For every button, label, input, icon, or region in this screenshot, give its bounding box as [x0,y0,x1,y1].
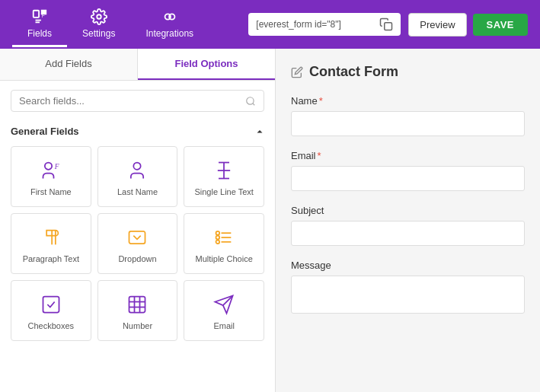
multiple-choice-icon [213,227,235,248]
form-field-message: Message [291,260,525,316]
nav-integrations[interactable]: Integrations [130,2,209,47]
number-label: Number [123,321,152,330]
subject-input[interactable] [291,221,525,246]
shortcode-text: [everest_form id="8"] [256,19,373,30]
svg-point-22 [216,241,220,244]
section-header: General Fields [0,121,275,143]
nav-fields-label: Fields [27,28,52,39]
field-last-name[interactable]: Last Name [97,146,178,207]
email-required: * [318,150,321,161]
svg-point-8 [247,97,254,104]
svg-rect-24 [43,297,59,313]
svg-point-12 [134,163,141,170]
name-label: Name* [291,95,525,107]
svg-point-4 [97,14,101,19]
email-field-label: Email [213,321,235,330]
form-field-email: Email* [291,150,525,191]
search-box [11,90,264,112]
email-field-icon [213,294,235,315]
svg-point-10 [45,163,52,170]
multiple-choice-label: Multiple Choice [196,254,253,263]
field-email[interactable]: Email [184,280,264,341]
first-name-icon: F [40,160,62,181]
nav-settings[interactable]: Settings [67,2,130,47]
svg-rect-0 [34,10,39,17]
shortcode-box: [everest_form id="8"] [248,13,401,36]
subject-label: Subject [291,205,525,216]
field-first-name[interactable]: F First Name [11,146,91,207]
nav-integrations-label: Integrations [145,28,193,39]
form-field-name: Name* [291,95,525,136]
svg-rect-25 [129,297,145,313]
last-name-label: Last Name [117,187,158,196]
name-input[interactable] [291,111,525,136]
last-name-icon [126,160,148,181]
search-container [0,81,275,121]
tab-add-fields[interactable]: Add Fields [0,49,138,80]
svg-rect-7 [385,23,392,30]
top-navigation: F Fields Settings Integrations [everest_… [0,0,540,49]
left-panel: Add Fields Field Options General Fields [0,49,276,392]
email-input[interactable] [291,166,525,191]
edit-icon[interactable] [291,66,303,78]
checkboxes-label: Checkboxes [28,321,75,330]
svg-text:F: F [42,12,45,18]
message-input[interactable] [291,276,525,314]
svg-line-9 [253,103,255,105]
paragraph-icon [40,227,62,248]
number-icon [126,294,148,315]
save-button[interactable]: SAVE [473,14,528,36]
first-name-label: First Name [30,187,72,196]
email-label: Email* [291,150,525,161]
form-field-subject: Subject [291,205,525,246]
field-paragraph[interactable]: Paragraph Text [11,213,91,274]
field-multiple-choice[interactable]: Multiple Choice [184,213,264,274]
search-icon [245,96,256,107]
right-panel: Contact Form Name* Email* Subject Messag… [276,49,540,392]
dropdown-label: Dropdown [118,254,156,263]
copy-icon[interactable] [379,18,393,31]
name-required: * [319,95,323,107]
nav-settings-label: Settings [82,28,115,39]
field-single-line[interactable]: Single Line Text [184,146,264,207]
preview-button[interactable]: Preview [408,13,466,37]
svg-rect-17 [129,231,145,244]
form-title-row: Contact Form [291,64,525,80]
form-title: Contact Form [309,64,398,80]
tab-field-options[interactable]: Field Options [138,49,275,80]
svg-point-20 [216,236,220,240]
paragraph-label: Paragraph Text [23,254,79,263]
svg-point-18 [216,231,220,235]
field-dropdown[interactable]: Dropdown [97,213,178,274]
tabs: Add Fields Field Options [0,49,275,81]
fields-grid: F First Name Last Name [0,143,275,352]
message-label: Message [291,260,525,271]
dropdown-icon [126,227,148,248]
field-number[interactable]: Number [97,280,178,341]
section-label: General Fields [11,126,79,137]
single-line-label: Single Line Text [194,187,253,196]
checkboxes-icon [40,294,62,315]
single-line-icon [213,160,235,181]
search-input[interactable] [19,95,241,107]
collapse-icon[interactable] [255,127,264,136]
field-checkboxes[interactable]: Checkboxes [11,280,91,341]
main-layout: Add Fields Field Options General Fields [0,49,540,392]
nav-fields[interactable]: F Fields [12,2,67,47]
svg-text:F: F [53,163,59,171]
